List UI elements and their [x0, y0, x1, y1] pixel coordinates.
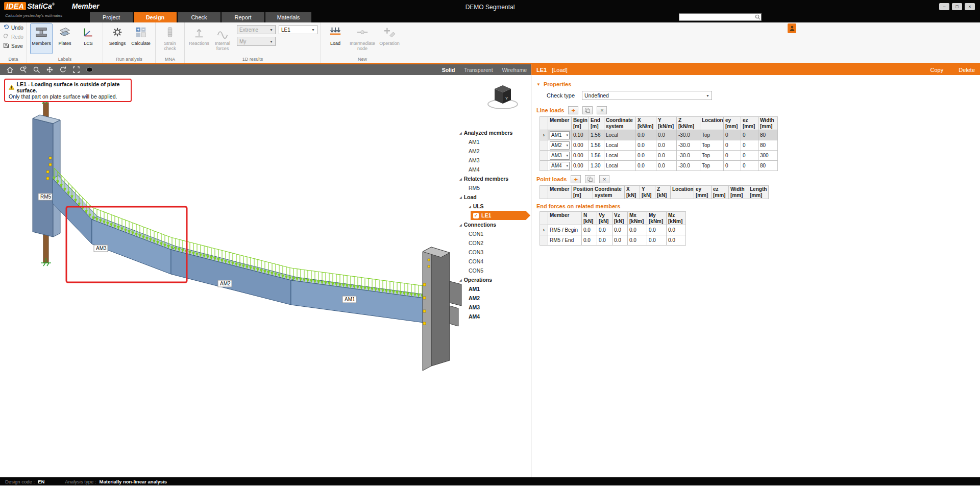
value-cell[interactable]: Top [700, 130, 724, 140]
plates-button[interactable]: Plates [54, 23, 76, 54]
value-cell[interactable]: 0.0 [628, 235, 647, 246]
value-cell[interactable]: 1.56 [589, 130, 604, 140]
value-cell[interactable]: 0.0 [656, 161, 677, 171]
tree-item-con2[interactable]: CON2 [457, 238, 526, 248]
row-selector[interactable] [540, 235, 548, 246]
value-cell[interactable]: Local [604, 151, 636, 161]
member-dropdown[interactable]: AM3▾ [550, 152, 570, 160]
value-cell[interactable]: 0.0 [636, 151, 656, 161]
value-cell[interactable]: 0 [724, 151, 741, 161]
zoom-icon[interactable] [31, 65, 42, 75]
value-cell[interactable]: Top [700, 151, 724, 161]
value-cell[interactable]: 0.0 [636, 140, 656, 151]
tree-item-am1[interactable]: AM1 [457, 137, 526, 147]
my-dropdown[interactable]: My▼ [237, 37, 276, 46]
value-cell[interactable]: 1.30 [589, 161, 604, 171]
value-cell[interactable]: 0.0 [667, 235, 686, 246]
search-icon[interactable] [754, 14, 761, 20]
internal-forces-button[interactable]: Internal forces [211, 23, 234, 54]
loadcase-dropdown[interactable]: LE1▼ [279, 25, 317, 34]
table-row[interactable]: AM2▾0.001.56Local0.00.0-30.0Top0080 [540, 140, 778, 151]
value-cell[interactable]: 0.0 [656, 130, 677, 140]
value-cell[interactable]: 0.0 [647, 225, 667, 235]
tree-item-load[interactable]: ◢Load [457, 192, 526, 202]
extreme-dropdown[interactable]: Extreme▼ [237, 25, 276, 34]
calculate-button[interactable]: Calculate [130, 23, 152, 54]
value-cell[interactable]: 0.00 [572, 140, 589, 151]
value-cell[interactable]: Top [700, 161, 724, 171]
tab-report[interactable]: Report [222, 12, 264, 22]
redo-button[interactable]: Redo [3, 33, 23, 41]
value-cell[interactable]: 0.0 [636, 130, 656, 140]
value-cell[interactable]: 80 [758, 161, 778, 171]
wall-member[interactable] [33, 115, 60, 237]
value-cell[interactable]: 80 [758, 140, 778, 151]
member-cell[interactable]: AM1▾ [548, 130, 572, 140]
search-input[interactable] [679, 14, 754, 20]
new-operation-button[interactable]: Operation [378, 23, 401, 54]
settings-button[interactable]: Settings [106, 23, 129, 54]
value-cell[interactable]: -30.0 [677, 140, 700, 151]
tree-expander-icon[interactable]: ◢ [459, 177, 462, 181]
tree-item-am3[interactable]: AM3 [457, 303, 526, 312]
row-selector[interactable]: › [540, 225, 548, 235]
tab-check[interactable]: Check [178, 12, 220, 22]
copy-line-load-button[interactable] [582, 106, 593, 114]
collapse-arrow-icon[interactable]: ▼ [536, 82, 541, 87]
value-cell[interactable]: 0.0 [656, 140, 677, 151]
value-cell[interactable]: Local [604, 130, 636, 140]
value-cell[interactable]: Local [604, 140, 636, 151]
value-cell[interactable]: 0 [741, 151, 758, 161]
delete-point-load-button[interactable]: × [599, 175, 609, 183]
table-row[interactable]: ›RM5 / Begin0.00.00.00.00.00.0 [540, 225, 686, 235]
license-user-button[interactable] [788, 23, 796, 33]
clipping-icon[interactable] [84, 65, 95, 75]
value-cell[interactable]: 0 [741, 161, 758, 171]
value-cell[interactable]: -30.0 [677, 130, 700, 140]
tree-item-operations[interactable]: ◢Operations [457, 275, 526, 284]
value-cell[interactable]: -30.0 [677, 151, 700, 161]
view-mode-transparent[interactable]: Transparent [464, 67, 493, 73]
value-cell[interactable]: Local [604, 161, 636, 171]
tree-item-am2[interactable]: AM2 [457, 147, 526, 156]
member-dropdown[interactable]: AM2▾ [550, 141, 570, 150]
navigation-cube[interactable]: Y [488, 85, 518, 109]
value-cell[interactable]: 0.0 [636, 161, 656, 171]
value-cell[interactable]: 0.0 [612, 225, 628, 235]
new-load-button[interactable]: Load [324, 23, 347, 54]
value-cell[interactable]: 0.0 [597, 235, 612, 246]
tree-item-am4[interactable]: AM4 [457, 312, 526, 321]
beam-segments[interactable] [53, 179, 428, 323]
member-cell[interactable]: RM5 / Begin [548, 225, 582, 235]
intermediate-node-button[interactable]: Intermediate node [348, 23, 377, 54]
pan-icon[interactable] [44, 65, 55, 75]
tree-expander-icon[interactable]: ◢ [459, 223, 462, 227]
value-cell[interactable]: 0.0 [667, 225, 686, 235]
add-line-load-button[interactable]: + [568, 106, 578, 114]
member-cell[interactable]: AM2▾ [548, 140, 572, 151]
tab-design[interactable]: Design [134, 12, 177, 22]
member-cell[interactable]: AM4▾ [548, 161, 572, 171]
value-cell[interactable]: 0.0 [647, 235, 667, 246]
value-cell[interactable]: 0 [724, 130, 741, 140]
member-cell[interactable]: RM5 / End [548, 235, 582, 246]
value-cell[interactable]: 0.0 [582, 225, 597, 235]
table-row[interactable]: AM4▾0.001.30Local0.00.0-30.0Top0080 [540, 161, 778, 171]
save-button[interactable]: Save [3, 42, 23, 50]
tree-item-con1[interactable]: CON1 [457, 229, 526, 238]
row-selector[interactable] [540, 161, 548, 171]
close-button[interactable]: × [965, 3, 975, 10]
value-cell[interactable]: 0.00 [572, 161, 589, 171]
tree-item-rm5[interactable]: RM5 [457, 183, 526, 192]
lcs-button[interactable]: LCS [77, 23, 100, 54]
row-selector[interactable]: › [540, 130, 548, 140]
delete-line-load-button[interactable]: × [597, 106, 607, 114]
value-cell[interactable]: 0.10 [572, 130, 589, 140]
member-cell[interactable]: AM3▾ [548, 151, 572, 161]
minimize-button[interactable]: – [939, 3, 949, 10]
value-cell[interactable]: 0.0 [612, 235, 628, 246]
tree-item-connections[interactable]: ◢Connections [457, 220, 526, 229]
copy-point-load-button[interactable] [585, 175, 595, 183]
tree-item-le1[interactable]: ✓LE1 [471, 211, 526, 220]
row-selector[interactable] [540, 151, 548, 161]
